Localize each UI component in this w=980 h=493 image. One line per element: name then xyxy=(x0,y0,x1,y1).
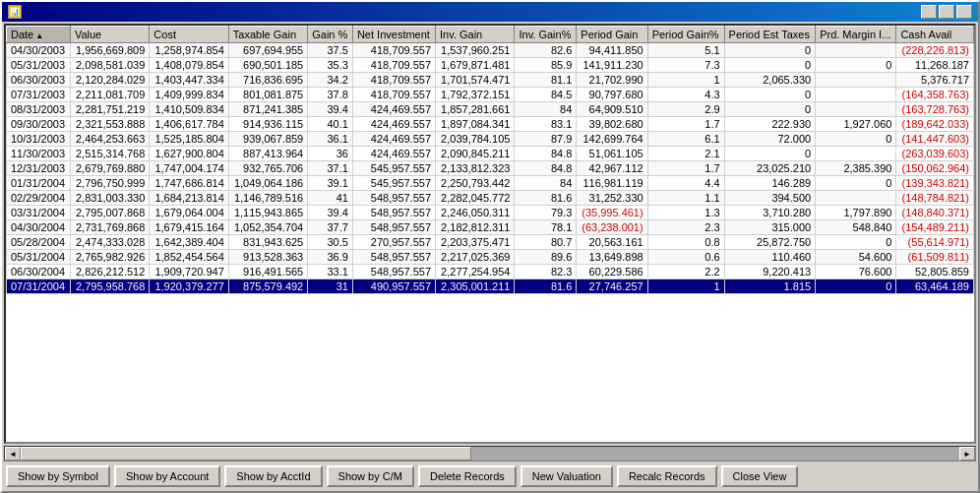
column-header-value[interactable]: Value xyxy=(70,27,149,43)
cell-inv_gain: 2,182,812.311 xyxy=(436,220,515,235)
table-row[interactable]: 02/29/20042,831,003.3301,684,213.8141,14… xyxy=(7,191,974,206)
cell-inv_gain_pct: 85.9 xyxy=(515,58,577,73)
table-row[interactable]: 06/30/20042,826,212.5121,909,720.947916,… xyxy=(7,265,974,279)
table-row[interactable]: 07/31/20032,211,081.7091,409,999.834801,… xyxy=(7,88,974,102)
cell-date: 11/30/2003 xyxy=(7,147,71,161)
show-symbol-button[interactable]: Show by Symbol xyxy=(6,465,110,487)
cell-gain_pct: 37.8 xyxy=(308,88,353,102)
close-view-button[interactable]: Close View xyxy=(721,465,799,487)
cell-inv_gain_pct: 81.6 xyxy=(515,191,577,206)
show-cm-button[interactable]: Show by C/M xyxy=(327,465,414,487)
table-row[interactable]: 07/31/20042,795,958.7681,920,379.277875,… xyxy=(7,279,974,294)
cell-net_investment: 418,709.557 xyxy=(352,88,435,102)
cell-inv_gain_pct: 84.8 xyxy=(515,147,577,161)
cell-period_gain: 94,411.850 xyxy=(577,43,647,58)
column-header-gain_pct[interactable]: Gain % xyxy=(308,27,353,43)
scroll-right-button[interactable]: ► xyxy=(959,447,975,461)
cell-period_gain: 31,252.330 xyxy=(577,191,647,206)
cell-gain_pct: 39.1 xyxy=(308,176,353,191)
table-row[interactable]: 01/31/20042,796,750.9991,747,686.8141,04… xyxy=(7,176,974,191)
data-table: Date▲ValueCostTaxable GainGain %Net Inve… xyxy=(6,26,974,294)
column-header-period_gain_pct[interactable]: Period Gain% xyxy=(647,27,724,43)
cell-inv_gain_pct: 84 xyxy=(515,176,577,191)
cell-cost: 1,410,509.834 xyxy=(150,102,228,117)
cell-value: 2,731,769.868 xyxy=(70,220,149,235)
cell-period_est_taxes: 1.815 xyxy=(724,279,816,294)
column-header-inv_gain[interactable]: Inv. Gain xyxy=(436,27,515,43)
cell-period_gain_pct: 5.1 xyxy=(647,43,724,58)
cell-cash_avail: (263,039.603) xyxy=(896,147,974,161)
delete-records-button[interactable]: Delete Records xyxy=(418,465,517,487)
column-header-cash_avail[interactable]: Cash Avail xyxy=(896,27,974,43)
column-header-period_est_taxes[interactable]: Period Est Taxes xyxy=(724,27,816,43)
scroll-left-button[interactable]: ◄ xyxy=(5,447,21,461)
table-row[interactable]: 05/31/20032,098,581.0391,408,079.854690,… xyxy=(7,58,974,73)
cell-cash_avail: (61,509.811) xyxy=(896,250,974,265)
cell-cost: 1,747,004.174 xyxy=(150,161,228,176)
table-row[interactable]: 05/31/20042,765,982.9261,852,454.564913,… xyxy=(7,250,974,265)
cell-prd_margin: 0 xyxy=(816,132,896,147)
cell-net_investment: 270,957.557 xyxy=(352,235,435,250)
close-button[interactable] xyxy=(956,5,972,19)
cell-cost: 1,642,389.404 xyxy=(150,235,228,250)
table-row[interactable]: 12/31/20032,679,769.8801,747,004.174932,… xyxy=(7,161,974,176)
table-row[interactable]: 06/30/20032,120,284.0291,403,447.334716,… xyxy=(7,73,974,88)
recalc-records-button[interactable]: Recalc Records xyxy=(617,465,717,487)
table-wrapper[interactable]: Date▲ValueCostTaxable GainGain %Net Inve… xyxy=(6,26,974,442)
cell-cost: 1,409,999.834 xyxy=(150,88,228,102)
column-header-inv_gain_pct[interactable]: Inv. Gain% xyxy=(515,27,577,43)
cell-cash_avail: (228,226.813) xyxy=(896,43,974,58)
column-header-period_gain[interactable]: Period Gain xyxy=(577,27,647,43)
cell-cost: 1,258,974.854 xyxy=(150,43,228,58)
scroll-thumb-area[interactable] xyxy=(21,447,959,461)
table-row[interactable]: 05/28/20042,474,333.0281,642,389.404831,… xyxy=(7,235,974,250)
column-header-prd_margin[interactable]: Prd. Margin I... xyxy=(816,27,896,43)
cell-period_gain_pct: 1 xyxy=(647,279,724,294)
cell-inv_gain_pct: 81.6 xyxy=(515,279,577,294)
cell-period_gain_pct: 4.3 xyxy=(647,88,724,102)
cell-inv_gain: 2,217,025.369 xyxy=(436,250,515,265)
cell-period_gain_pct: 2.2 xyxy=(647,265,724,279)
cell-inv_gain: 2,305,001.211 xyxy=(436,279,515,294)
cell-value: 2,120,284.029 xyxy=(70,73,149,88)
cell-cash_avail: (55,614.971) xyxy=(896,235,974,250)
cell-period_gain: 51,061.105 xyxy=(577,147,647,161)
cell-cash_avail: (154,489.211) xyxy=(896,220,974,235)
content-area: Date▲ValueCostTaxable GainGain %Net Inve… xyxy=(2,22,978,491)
show-acctid-button[interactable]: Show by AcctId xyxy=(224,465,322,487)
cell-net_investment: 548,957.557 xyxy=(352,206,435,220)
minimize-button[interactable] xyxy=(921,5,937,19)
column-header-taxable_gain[interactable]: Taxable Gain xyxy=(228,27,307,43)
cell-inv_gain: 1,857,281.661 xyxy=(436,102,515,117)
column-header-net_investment[interactable]: Net Investment xyxy=(352,27,435,43)
cell-inv_gain: 1,792,372.151 xyxy=(436,88,515,102)
cell-prd_margin: 2,385.390 xyxy=(816,161,896,176)
table-row[interactable]: 04/30/20042,731,769.8681,679,415.1641,05… xyxy=(7,220,974,235)
cell-period_est_taxes: 72.000 xyxy=(724,132,816,147)
new-valuation-button[interactable]: New Valuation xyxy=(521,465,613,487)
cell-inv_gain_pct: 80.7 xyxy=(515,235,577,250)
table-row[interactable]: 09/30/20032,321,553.8881,406,617.784914,… xyxy=(7,117,974,132)
show-account-button[interactable]: Show by Account xyxy=(114,465,220,487)
cell-period_est_taxes: 0 xyxy=(724,147,816,161)
scrollbar-track[interactable]: ◄ ► xyxy=(5,447,975,461)
column-header-date[interactable]: Date▲ xyxy=(7,27,71,43)
cell-value: 2,098,581.039 xyxy=(70,58,149,73)
table-row[interactable]: 10/31/20032,464,253.6631,525,185.804939,… xyxy=(7,132,974,147)
table-row[interactable]: 11/30/20032,515,314.7681,627,900.804887,… xyxy=(7,147,974,161)
column-header-cost[interactable]: Cost xyxy=(150,27,228,43)
cell-inv_gain_pct: 81.1 xyxy=(515,73,577,88)
cell-taxable_gain: 690,501.185 xyxy=(228,58,307,73)
table-row[interactable]: 04/30/20031,956,669.8091,258,974.854697,… xyxy=(7,43,974,58)
horizontal-scrollbar[interactable]: ◄ ► xyxy=(4,446,976,462)
cell-value: 2,826,212.512 xyxy=(70,265,149,279)
scroll-thumb[interactable] xyxy=(21,447,471,461)
table-row[interactable]: 03/31/20042,795,007.8681,679,064.0041,11… xyxy=(7,206,974,220)
cell-date: 05/28/2004 xyxy=(7,235,71,250)
cell-taxable_gain: 697,694.955 xyxy=(228,43,307,58)
cell-cost: 1,684,213.814 xyxy=(150,191,228,206)
cell-value: 2,796,750.999 xyxy=(70,176,149,191)
maximize-button[interactable] xyxy=(939,5,954,19)
table-row[interactable]: 08/31/20032,281,751.2191,410,509.834871,… xyxy=(7,102,974,117)
cell-value: 1,956,669.809 xyxy=(70,43,149,58)
